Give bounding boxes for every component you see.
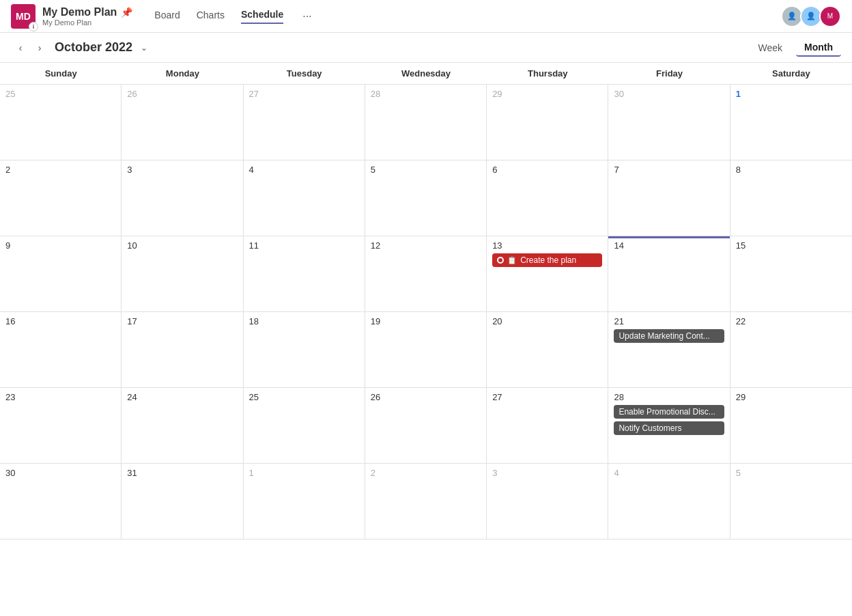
calendar-cell[interactable]: 17	[122, 312, 243, 387]
calendar-cell[interactable]: 16	[0, 312, 122, 387]
cell-date: 28	[371, 89, 481, 99]
day-header-sunday: Sunday	[0, 63, 122, 84]
cell-date: 11	[249, 240, 359, 251]
calendar-cell[interactable]: 9	[0, 236, 122, 311]
week-view-button[interactable]: Week	[750, 40, 791, 56]
cell-date: 1	[736, 89, 847, 99]
month-label[interactable]: October 2022	[55, 40, 132, 55]
calendar-cell[interactable]: 27	[487, 388, 608, 463]
calendar-cell[interactable]: 12	[365, 236, 487, 311]
cell-date: 5	[736, 468, 847, 478]
calendar-cell[interactable]: 10	[122, 236, 243, 311]
day-header-thursday: Thursday	[487, 63, 608, 84]
cell-date: 10	[127, 240, 237, 251]
calendar-cell[interactable]: 31	[122, 464, 243, 539]
day-header-saturday: Saturday	[730, 63, 852, 84]
calendar-cell[interactable]: 5	[365, 160, 487, 236]
calendar-cell[interactable]: 3	[122, 160, 243, 236]
cell-date: 21	[614, 316, 724, 326]
cell-date: 2	[371, 468, 481, 478]
calendar-cell[interactable]: 7	[608, 160, 730, 236]
cell-date: 25	[5, 89, 115, 99]
calendar-cell[interactable]: 6	[487, 160, 608, 236]
calendar-cell[interactable]: 26	[365, 388, 487, 463]
calendar-cell[interactable]: 30	[608, 85, 730, 160]
cell-date: 30	[5, 468, 115, 478]
month-view-button[interactable]: Month	[796, 39, 841, 57]
calendar-cell[interactable]: 1	[730, 85, 852, 160]
tab-board[interactable]: Board	[154, 10, 180, 23]
calendar-cell[interactable]: 27	[244, 85, 365, 160]
calendar-cell[interactable]: 30	[0, 464, 122, 539]
tab-schedule[interactable]: Schedule	[241, 9, 283, 24]
calendar-cell[interactable]: 29	[487, 85, 608, 160]
calendar-cell[interactable]: 15	[730, 236, 852, 311]
cell-date: 30	[614, 89, 724, 99]
today-line	[608, 236, 729, 238]
event-table-icon: 📋	[507, 256, 517, 265]
calendar-cell[interactable]: 25	[244, 388, 365, 463]
cell-date: 15	[736, 240, 847, 251]
day-header-wednesday: Wednesday	[365, 63, 487, 84]
month-dropdown-icon[interactable]: ⌄	[141, 43, 147, 53]
calendar-cell[interactable]: 8	[730, 160, 852, 236]
cell-date: 12	[371, 240, 481, 251]
cell-date: 25	[249, 392, 359, 402]
cell-date: 18	[249, 316, 359, 326]
calendar-cell[interactable]: 2	[365, 464, 487, 539]
event-label: Update Marketing Cont...	[619, 331, 709, 341]
calendar-cell[interactable]: 5	[730, 464, 852, 539]
calendar-week-5: 303112345	[0, 464, 852, 540]
calendar-cell[interactable]: 13📋Create the plan	[487, 236, 608, 311]
calendar-cell[interactable]: 18	[244, 312, 365, 387]
cell-date: 31	[127, 468, 237, 478]
event-chip[interactable]: Update Marketing Cont...	[614, 329, 724, 343]
calendar-week-0: 2526272829301	[0, 85, 852, 160]
calendar-cell[interactable]: 22	[730, 312, 852, 387]
calendar-cell[interactable]: 24	[122, 388, 243, 463]
calendar-cell[interactable]: 28Enable Promotional Disc...Notify Custo…	[608, 388, 730, 463]
calendar-cell[interactable]: 20	[487, 312, 608, 387]
cell-date: 23	[5, 392, 115, 402]
calendar-week-1: 2345678	[0, 160, 852, 236]
calendar-cell[interactable]: 25	[0, 85, 122, 160]
calendar-cell[interactable]: 2	[0, 160, 122, 236]
calendar-cell[interactable]: 29	[730, 388, 852, 463]
cell-date: 9	[5, 240, 115, 251]
event-label: Enable Promotional Disc...	[619, 407, 715, 417]
more-options-icon[interactable]: ···	[302, 10, 311, 23]
next-month-button[interactable]: ›	[30, 38, 49, 57]
calendar-cell[interactable]: 4	[244, 160, 365, 236]
calendar-cell[interactable]: 26	[122, 85, 243, 160]
calendar-cell[interactable]: 11	[244, 236, 365, 311]
cell-date: 26	[371, 392, 481, 402]
calendar-days-header: SundayMondayTuesdayWednesdayThursdayFrid…	[0, 63, 852, 85]
cell-date: 26	[127, 89, 237, 99]
event-label: Notify Customers	[619, 423, 681, 433]
tab-charts[interactable]: Charts	[197, 10, 225, 23]
calendar-cell[interactable]: 3	[487, 464, 608, 539]
event-chip[interactable]: Enable Promotional Disc...	[614, 405, 724, 419]
calendar-cell[interactable]: 28	[365, 85, 487, 160]
calendar-cell[interactable]: 14	[608, 236, 730, 311]
cell-date: 5	[371, 165, 481, 175]
calendar-cell[interactable]: 4	[608, 464, 730, 539]
cell-date: 3	[127, 165, 237, 175]
cell-date: 6	[492, 165, 602, 175]
cell-date: 16	[5, 316, 115, 326]
cell-date: 27	[492, 392, 602, 402]
event-chip[interactable]: Notify Customers	[614, 421, 724, 435]
event-chip[interactable]: 📋Create the plan	[492, 253, 602, 267]
calendar-cell[interactable]: 19	[365, 312, 487, 387]
calendar-week-4: 232425262728Enable Promotional Disc...No…	[0, 388, 852, 464]
plan-title: My Demo Plan 📌	[42, 6, 132, 18]
calendar-cell[interactable]: 23	[0, 388, 122, 463]
calendar-cell[interactable]: 1	[244, 464, 365, 539]
cell-date: 8	[736, 165, 847, 175]
cell-date: 27	[249, 89, 359, 99]
cell-date: 22	[736, 316, 847, 326]
cell-date: 20	[492, 316, 602, 326]
day-header-monday: Monday	[122, 63, 243, 84]
calendar-cell[interactable]: 21Update Marketing Cont...	[608, 312, 730, 387]
prev-month-button[interactable]: ‹	[11, 38, 30, 57]
